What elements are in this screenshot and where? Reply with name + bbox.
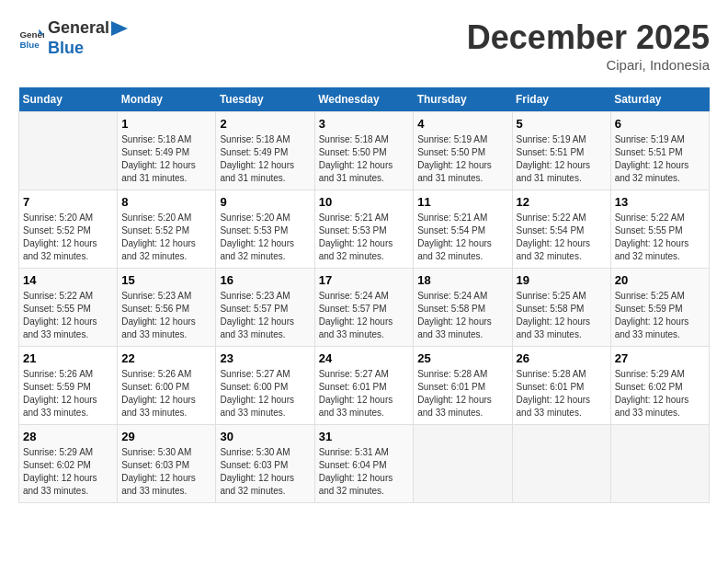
sunset-text: Sunset: 5:53 PM xyxy=(319,224,410,237)
day-info: Sunrise: 5:21 AM Sunset: 5:53 PM Dayligh… xyxy=(319,212,410,263)
day-info: Sunrise: 5:23 AM Sunset: 5:57 PM Dayligh… xyxy=(220,290,310,341)
logo-icon: General Blue xyxy=(18,26,44,52)
sunrise-text: Sunrise: 5:27 AM xyxy=(319,368,410,381)
sunrise-text: Sunrise: 5:31 AM xyxy=(319,446,410,459)
svg-text:General: General xyxy=(19,29,44,39)
day-info: Sunrise: 5:29 AM Sunset: 6:02 PM Dayligh… xyxy=(615,368,705,419)
calendar-cell xyxy=(512,425,610,503)
calendar-cell: 12 Sunrise: 5:22 AM Sunset: 5:54 PM Dayl… xyxy=(512,190,610,269)
sunrise-text: Sunrise: 5:21 AM xyxy=(417,212,507,224)
calendar-cell: 8 Sunrise: 5:20 AM Sunset: 5:52 PM Dayli… xyxy=(118,190,216,269)
day-number: 8 xyxy=(121,195,211,209)
calendar-cell: 22 Sunrise: 5:26 AM Sunset: 6:00 PM Dayl… xyxy=(118,347,216,425)
day-info: Sunrise: 5:28 AM Sunset: 6:01 PM Dayligh… xyxy=(517,368,607,419)
sunrise-text: Sunrise: 5:30 AM xyxy=(220,446,310,459)
logo-general: General xyxy=(48,18,109,39)
col-saturday: Saturday xyxy=(610,87,709,112)
sunset-text: Sunset: 5:52 PM xyxy=(121,224,211,237)
sunrise-text: Sunrise: 5:18 AM xyxy=(220,133,310,146)
col-thursday: Thursday xyxy=(414,87,512,112)
daylight-text: Daylight: 12 hours and 33 minutes. xyxy=(23,316,113,341)
day-info: Sunrise: 5:29 AM Sunset: 6:02 PM Dayligh… xyxy=(23,446,113,498)
title-section: December 2025 Cipari, Indonesia xyxy=(467,18,710,73)
sunrise-text: Sunrise: 5:26 AM xyxy=(121,368,211,381)
day-info: Sunrise: 5:25 AM Sunset: 5:58 PM Dayligh… xyxy=(517,290,607,341)
daylight-text: Daylight: 12 hours and 33 minutes. xyxy=(517,316,607,341)
svg-marker-3 xyxy=(111,21,128,36)
day-info: Sunrise: 5:27 AM Sunset: 6:01 PM Dayligh… xyxy=(319,368,410,419)
day-info: Sunrise: 5:19 AM Sunset: 5:51 PM Dayligh… xyxy=(615,133,705,185)
calendar-cell: 31 Sunrise: 5:31 AM Sunset: 6:04 PM Dayl… xyxy=(314,425,414,503)
calendar-cell: 4 Sunrise: 5:19 AM Sunset: 5:50 PM Dayli… xyxy=(414,112,512,190)
sunset-text: Sunset: 5:58 PM xyxy=(517,303,607,316)
sunset-text: Sunset: 5:55 PM xyxy=(615,224,705,237)
day-number: 30 xyxy=(220,430,310,443)
daylight-text: Daylight: 12 hours and 33 minutes. xyxy=(517,394,607,419)
day-number: 3 xyxy=(319,117,410,131)
calendar-cell: 25 Sunrise: 5:28 AM Sunset: 6:01 PM Dayl… xyxy=(414,347,512,425)
calendar-cell: 29 Sunrise: 5:30 AM Sunset: 6:03 PM Dayl… xyxy=(118,425,216,503)
day-info: Sunrise: 5:28 AM Sunset: 6:01 PM Dayligh… xyxy=(417,368,507,419)
daylight-text: Daylight: 12 hours and 33 minutes. xyxy=(319,394,410,419)
day-info: Sunrise: 5:31 AM Sunset: 6:04 PM Dayligh… xyxy=(319,446,410,498)
sunset-text: Sunset: 6:01 PM xyxy=(517,381,607,394)
calendar-table: Sunday Monday Tuesday Wednesday Thursday… xyxy=(18,87,710,503)
sunset-text: Sunset: 5:54 PM xyxy=(417,224,507,237)
page-header: General Blue General Blue December 2025 … xyxy=(18,18,710,73)
day-info: Sunrise: 5:25 AM Sunset: 5:59 PM Dayligh… xyxy=(615,290,705,341)
day-number: 4 xyxy=(417,117,507,131)
col-tuesday: Tuesday xyxy=(216,87,314,112)
sunrise-text: Sunrise: 5:23 AM xyxy=(220,290,310,303)
day-info: Sunrise: 5:18 AM Sunset: 5:50 PM Dayligh… xyxy=(319,133,410,185)
daylight-text: Daylight: 12 hours and 31 minutes. xyxy=(417,159,507,185)
day-number: 28 xyxy=(23,430,113,443)
daylight-text: Daylight: 12 hours and 31 minutes. xyxy=(220,159,310,185)
sunset-text: Sunset: 5:59 PM xyxy=(23,381,113,394)
sunset-text: Sunset: 5:50 PM xyxy=(417,146,507,159)
daylight-text: Daylight: 12 hours and 32 minutes. xyxy=(615,237,705,263)
calendar-cell: 21 Sunrise: 5:26 AM Sunset: 5:59 PM Dayl… xyxy=(19,347,118,425)
daylight-text: Daylight: 12 hours and 31 minutes. xyxy=(121,159,211,185)
calendar-cell xyxy=(19,112,118,190)
sunrise-text: Sunrise: 5:22 AM xyxy=(615,212,705,224)
daylight-text: Daylight: 12 hours and 31 minutes. xyxy=(319,159,410,185)
calendar-cell: 19 Sunrise: 5:25 AM Sunset: 5:58 PM Dayl… xyxy=(512,269,610,347)
day-number: 15 xyxy=(121,273,211,287)
calendar-cell: 23 Sunrise: 5:27 AM Sunset: 6:00 PM Dayl… xyxy=(216,347,314,425)
day-number: 27 xyxy=(615,351,705,365)
sunrise-text: Sunrise: 5:20 AM xyxy=(121,212,211,224)
sunset-text: Sunset: 5:58 PM xyxy=(417,303,507,316)
daylight-text: Daylight: 12 hours and 33 minutes. xyxy=(220,316,310,341)
sunrise-text: Sunrise: 5:18 AM xyxy=(319,133,410,146)
sunset-text: Sunset: 5:57 PM xyxy=(220,303,310,316)
sunrise-text: Sunrise: 5:30 AM xyxy=(121,446,211,459)
day-number: 23 xyxy=(220,351,310,365)
sunset-text: Sunset: 6:00 PM xyxy=(121,381,211,394)
daylight-text: Daylight: 12 hours and 32 minutes. xyxy=(220,237,310,263)
week-row-3: 14 Sunrise: 5:22 AM Sunset: 5:55 PM Dayl… xyxy=(19,269,710,347)
sunrise-text: Sunrise: 5:24 AM xyxy=(417,290,507,303)
svg-text:Blue: Blue xyxy=(19,39,40,49)
daylight-text: Daylight: 12 hours and 33 minutes. xyxy=(220,394,310,419)
day-info: Sunrise: 5:26 AM Sunset: 6:00 PM Dayligh… xyxy=(121,368,211,419)
day-info: Sunrise: 5:19 AM Sunset: 5:51 PM Dayligh… xyxy=(517,133,607,185)
sunset-text: Sunset: 5:55 PM xyxy=(23,303,113,316)
daylight-text: Daylight: 12 hours and 33 minutes. xyxy=(417,316,507,341)
sunrise-text: Sunrise: 5:18 AM xyxy=(121,133,211,146)
sunrise-text: Sunrise: 5:25 AM xyxy=(517,290,607,303)
day-number: 12 xyxy=(517,195,607,209)
day-number: 13 xyxy=(615,195,705,209)
daylight-text: Daylight: 12 hours and 33 minutes. xyxy=(23,472,113,498)
logo-flag-icon xyxy=(111,21,130,49)
day-info: Sunrise: 5:24 AM Sunset: 5:57 PM Dayligh… xyxy=(319,290,410,341)
col-wednesday: Wednesday xyxy=(314,87,414,112)
day-number: 11 xyxy=(417,195,507,209)
daylight-text: Daylight: 12 hours and 33 minutes. xyxy=(615,394,705,419)
sunset-text: Sunset: 6:03 PM xyxy=(220,459,310,472)
sunset-text: Sunset: 6:02 PM xyxy=(615,381,705,394)
day-number: 26 xyxy=(517,351,607,365)
daylight-text: Daylight: 12 hours and 32 minutes. xyxy=(121,237,211,263)
daylight-text: Daylight: 12 hours and 32 minutes. xyxy=(220,472,310,498)
calendar-cell xyxy=(414,425,512,503)
col-monday: Monday xyxy=(118,87,216,112)
